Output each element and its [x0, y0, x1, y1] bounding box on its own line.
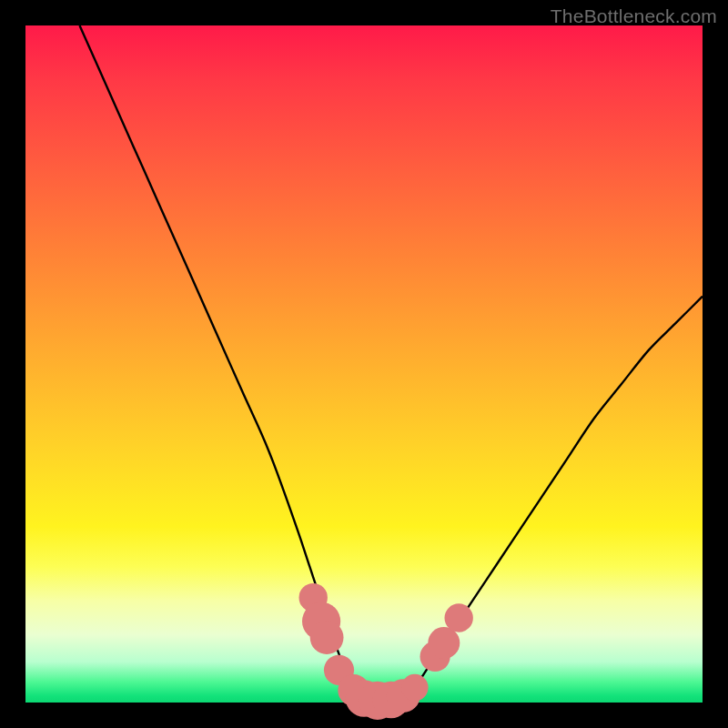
chart-svg [25, 25, 703, 703]
watermark-text: TheBottleneck.com [551, 5, 717, 27]
curve-marker [310, 621, 344, 654]
curve-marker [428, 627, 460, 659]
marker-layer [299, 583, 473, 720]
bottleneck-curve [80, 25, 703, 704]
curve-marker [445, 603, 473, 632]
chart-frame: TheBottleneck.com [0, 0, 728, 728]
plot-area [25, 25, 703, 703]
curve-marker [401, 674, 429, 702]
